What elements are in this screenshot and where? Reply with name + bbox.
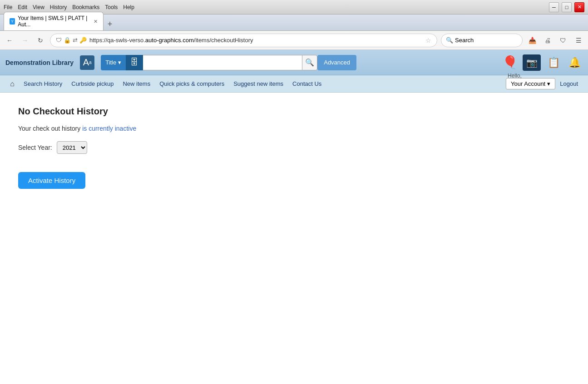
address-security-icons: 🛡 🔒 ⇄ 🔑 — [56, 37, 87, 44]
search-go-button[interactable]: 🔍 — [302, 55, 317, 70]
bell-icon-btn[interactable]: 🔔 — [566, 54, 583, 71]
tab-label: Your Items | SWLS | PLATT | Aut... — [18, 15, 91, 28]
list-icon-btn[interactable]: 📋 — [545, 54, 562, 71]
account-chevron-icon: ▾ — [547, 80, 550, 87]
share-icon: ⇄ — [73, 37, 78, 44]
year-row: Select Year: 2021 2020 2019 2018 — [18, 141, 570, 154]
menu-bookmarks[interactable]: Bookmarks — [72, 4, 99, 10]
nav-contact-us[interactable]: Contact Us — [288, 78, 326, 90]
search-type-selector[interactable]: Title ▾ — [101, 55, 126, 70]
browser-tabbar: Y Your Items | SWLS | PLATT | Aut... ✕ + — [0, 15, 588, 31]
browser-addressbar: ← → ↻ 🛡 🔒 ⇄ 🔑 https://qa-swls-verso.auto… — [0, 31, 588, 50]
address-url: https://qa-swls-verso.auto-graphics.com/… — [89, 37, 423, 44]
new-tab-button[interactable]: + — [104, 18, 116, 30]
toolbar-right: 📥 🖨 🛡 ☰ — [526, 34, 584, 46]
print-button[interactable]: 🖨 — [542, 34, 553, 46]
magnifier-icon: 🔍 — [305, 58, 314, 67]
search-type-label: Title — [105, 59, 116, 66]
pocket-button[interactable]: 📥 — [526, 34, 538, 46]
menu-history[interactable]: History — [50, 4, 67, 10]
browser-search-box[interactable]: 🔍 Search — [441, 34, 523, 47]
database-icon: 🗄 — [130, 58, 138, 67]
menu-edit[interactable]: Edit — [18, 4, 27, 10]
balloon-icon: 🎈 — [502, 55, 518, 70]
lock-icon: 🔒 — [64, 37, 71, 44]
account-dropdown[interactable]: Your Account ▾ — [506, 78, 555, 89]
tab-close-button[interactable]: ✕ — [94, 19, 98, 25]
menu-tools[interactable]: Tools — [105, 4, 118, 10]
account-label: Your Account — [511, 80, 545, 87]
camera-icon-btn[interactable]: 📷 — [523, 54, 541, 71]
nav-curbside-pickup[interactable]: Curbside pickup — [67, 78, 118, 90]
logout-link[interactable]: Logout — [555, 78, 583, 90]
key-icon: 🔑 — [79, 37, 87, 44]
bell-icon: 🔔 — [568, 57, 581, 69]
menu-view[interactable]: View — [33, 4, 44, 10]
camera-icon: 📷 — [526, 57, 538, 68]
search-icon: 🔍 — [446, 37, 453, 44]
search-logo-box: Aa — [79, 54, 95, 71]
status-message-pre: Your check out history — [18, 125, 82, 132]
inactive-status-link[interactable]: is currently inactive — [82, 125, 136, 132]
status-message: Your check out history is currently inac… — [18, 125, 570, 132]
nav-search-history[interactable]: Search History — [19, 78, 67, 90]
extension-button[interactable]: 🛡 — [557, 34, 569, 46]
close-button[interactable]: ✕ — [574, 2, 584, 12]
bookmark-star-icon[interactable]: ☆ — [425, 37, 431, 44]
main-content: No Checkout History Your check out histo… — [0, 93, 588, 384]
nav-suggest-new-items[interactable]: Suggest new items — [229, 78, 288, 90]
browser-menu: File Edit View History Bookmarks Tools H… — [4, 4, 134, 10]
library-navbar: ⌂ Search History Curbside pickup New ite… — [0, 75, 588, 93]
tab-favicon: Y — [10, 18, 15, 25]
list-icon: 📋 — [548, 57, 560, 69]
header-right-icons: 🎈 📷 📋 🔔 — [502, 54, 583, 71]
back-button[interactable]: ← — [4, 34, 15, 46]
shield-icon: 🛡 — [56, 37, 62, 44]
address-bar[interactable]: 🛡 🔒 ⇄ 🔑 https://qa-swls-verso.auto-graph… — [50, 34, 437, 47]
activate-history-button[interactable]: Activate History — [18, 172, 85, 189]
search-label: Search — [455, 37, 474, 44]
library-header: Demonstration Library Aa Title ▾ 🗄 🔍 Adv… — [0, 50, 588, 75]
advanced-button[interactable]: Advanced — [317, 55, 356, 70]
page-title: No Checkout History — [18, 106, 570, 117]
nav-new-items[interactable]: New items — [118, 78, 155, 90]
search-logo-icon: Aa — [80, 55, 94, 70]
hello-label: Hello, — [508, 73, 522, 79]
search-box-area: Title ▾ 🗄 🔍 Advanced — [101, 55, 373, 70]
balloon-icon-btn[interactable]: 🎈 — [502, 54, 518, 71]
maximize-button[interactable]: □ — [562, 2, 572, 12]
menu-file[interactable]: File — [4, 4, 12, 10]
reload-button[interactable]: ↻ — [35, 34, 46, 46]
search-type-chevron-icon: ▾ — [118, 59, 121, 66]
forward-button[interactable]: → — [19, 34, 31, 46]
database-icon-btn[interactable]: 🗄 — [126, 55, 143, 70]
active-tab[interactable]: Y Your Items | SWLS | PLATT | Aut... ✕ — [4, 12, 104, 30]
year-label: Select Year: — [18, 144, 52, 151]
account-section: Hello, Your Account ▾ — [506, 78, 555, 89]
year-select[interactable]: 2021 2020 2019 2018 — [57, 141, 87, 154]
home-button[interactable]: ⌂ — [5, 77, 19, 91]
library-name: Demonstration Library — [5, 59, 74, 66]
home-icon: ⌂ — [10, 80, 15, 88]
search-input[interactable] — [143, 55, 302, 70]
menu-button[interactable]: ☰ — [573, 34, 584, 46]
page-wrapper: Demonstration Library Aa Title ▾ 🗄 🔍 Adv… — [0, 50, 588, 384]
nav-quick-picks[interactable]: Quick picks & computers — [155, 78, 229, 90]
minimize-button[interactable]: ─ — [549, 2, 559, 12]
menu-help[interactable]: Help — [123, 4, 134, 10]
window-controls: ─ □ ✕ — [549, 2, 584, 12]
